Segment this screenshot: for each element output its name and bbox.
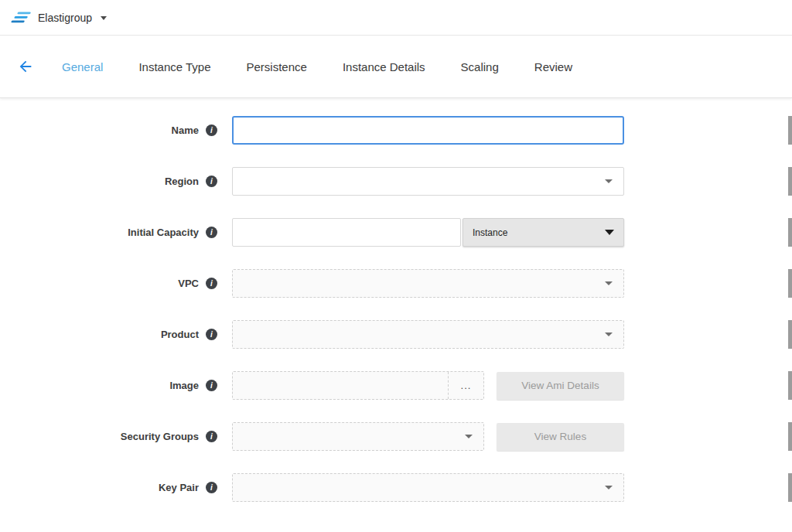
clipped-field-edge — [788, 320, 792, 349]
security-groups-info-icon[interactable]: i — [206, 431, 217, 442]
chevron-down-icon — [605, 332, 613, 336]
image-input-group: ... — [232, 371, 484, 400]
region-label: Region — [165, 176, 199, 187]
top-bar: Elastigroup — [0, 0, 792, 36]
chevron-down-icon — [605, 179, 613, 183]
tab-persistence[interactable]: Persistence — [247, 60, 307, 73]
form-row-security-groups: Security Groups i View Rules — [0, 422, 792, 451]
image-label: Image — [169, 380, 199, 391]
image-info-icon[interactable]: i — [206, 380, 217, 391]
tab-instance-details[interactable]: Instance Details — [343, 60, 425, 73]
product-info-icon[interactable]: i — [206, 329, 217, 340]
security-groups-select[interactable] — [232, 422, 484, 451]
view-rules-button[interactable]: View Rules — [497, 423, 624, 451]
chevron-down-icon — [605, 486, 613, 489]
vpc-label: VPC — [178, 278, 199, 289]
tab-instance-type[interactable]: Instance Type — [138, 60, 210, 73]
clipped-field-edge — [788, 116, 792, 145]
initial-capacity-input[interactable] — [232, 218, 461, 247]
tab-review[interactable]: Review — [534, 60, 572, 73]
form-row-key-pair: Key Pair i — [0, 473, 792, 502]
chevron-down-icon — [465, 435, 473, 438]
vpc-select[interactable] — [232, 269, 624, 298]
view-ami-details-button[interactable]: View Ami Details — [497, 372, 624, 400]
vpc-info-icon[interactable]: i — [206, 278, 217, 289]
initial-capacity-label: Initial Capacity — [128, 227, 199, 238]
form-row-region: Region i — [0, 167, 792, 196]
tab-general[interactable]: General — [62, 60, 103, 73]
wizard-tab-bar: General Instance Type Persistence Instan… — [0, 36, 792, 98]
chevron-down-icon — [605, 281, 613, 285]
clipped-field-edge — [788, 371, 792, 400]
back-arrow-icon[interactable] — [15, 56, 36, 77]
capacity-unit-select[interactable]: Instance — [463, 218, 624, 247]
security-groups-label: Security Groups — [121, 431, 199, 442]
clipped-field-edge — [788, 218, 792, 247]
app-switcher[interactable]: Elastigroup — [11, 10, 107, 26]
form-row-product: Product i — [0, 320, 792, 349]
region-select[interactable] — [232, 167, 624, 196]
key-pair-info-icon[interactable]: i — [206, 482, 217, 493]
chevron-down-icon — [605, 230, 614, 235]
key-pair-select[interactable] — [232, 473, 624, 502]
clipped-field-edge — [788, 473, 792, 502]
app-name: Elastigroup — [38, 12, 92, 24]
chevron-down-icon — [101, 16, 107, 20]
capacity-unit-value: Instance — [473, 227, 507, 238]
initial-capacity-info-icon[interactable]: i — [206, 227, 217, 238]
region-info-icon[interactable]: i — [206, 176, 217, 187]
name-info-icon[interactable]: i — [206, 124, 217, 136]
image-input[interactable] — [233, 372, 448, 399]
clipped-field-edge — [788, 422, 792, 451]
elastigroup-logo-icon — [11, 10, 31, 26]
form-row-image: Image i ... View Ami Details — [0, 371, 792, 400]
clipped-field-edge — [788, 269, 792, 298]
name-label: Name — [172, 124, 199, 136]
key-pair-label: Key Pair — [159, 482, 199, 493]
form-row-initial-capacity: Initial Capacity i Instance — [0, 218, 792, 247]
general-settings-form: Name i Region i Initial Capacity i — [0, 98, 792, 502]
clipped-field-edge — [788, 167, 792, 196]
name-input[interactable] — [232, 116, 624, 145]
form-row-vpc: VPC i — [0, 269, 792, 298]
tab-scaling[interactable]: Scaling — [461, 60, 499, 73]
product-label: Product — [161, 329, 199, 340]
image-browse-button[interactable]: ... — [448, 372, 483, 399]
form-row-name: Name i — [0, 116, 792, 145]
product-select[interactable] — [232, 320, 624, 349]
